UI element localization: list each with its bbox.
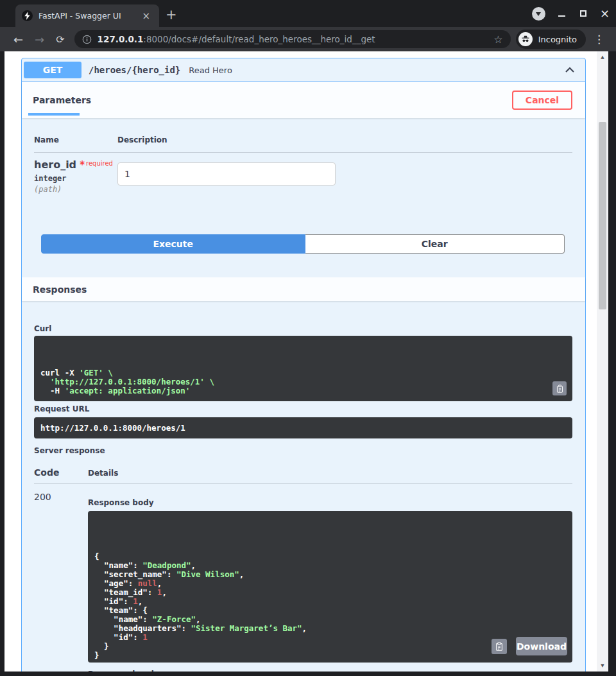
parameter-name: hero_id <box>34 159 76 171</box>
code-column-header: Code <box>34 467 88 478</box>
execute-button[interactable]: Execute <box>41 234 305 254</box>
incognito-badge: Incognito <box>516 30 586 49</box>
chevron-down-icon <box>536 12 541 16</box>
response-details-cell: Response body Download <box>88 492 572 672</box>
tab-title: FastAPI - Swagger UI <box>38 11 139 21</box>
cancel-button[interactable]: Cancel <box>512 91 572 110</box>
browser-toolbar: ← → ⟳ 127.0.0.1:8000/docs#/default/read_… <box>0 27 616 51</box>
minimize-icon <box>558 15 565 17</box>
scrollbar-thumb[interactable] <box>599 122 606 309</box>
download-button[interactable]: Download <box>516 637 567 655</box>
responses-title: Responses <box>33 284 87 295</box>
url-bar[interactable]: 127.0.0.1:8000/docs#/default/read_hero_h… <box>74 30 511 48</box>
opblock-summary[interactable]: GET /heroes/{hero_id} Read Hero <box>22 58 585 82</box>
tab-search-button[interactable] <box>532 7 545 21</box>
incognito-icon <box>518 32 533 46</box>
page-scrollbar[interactable]: ▲ ▼ <box>597 51 608 672</box>
opblock-get-endpoint: GET /heroes/{hero_id} Read Hero Paramete… <box>21 58 586 672</box>
back-button[interactable]: ← <box>8 33 29 46</box>
page-info-icon[interactable] <box>82 35 92 44</box>
execute-row: Execute Clear <box>41 234 565 254</box>
page-viewport: GET /heroes/{hero_id} Read Hero Paramete… <box>4 51 608 672</box>
column-description-header: Description <box>117 135 167 144</box>
response-body-block: Download { "name": "Deadpond", "secret_n… <box>88 511 572 663</box>
url-text[interactable]: 127.0.0.1:8000/docs#/default/read_hero_h… <box>98 34 489 44</box>
details-column-header: Details <box>88 469 118 478</box>
fastapi-favicon-icon <box>22 10 33 21</box>
response-body-label: Response body <box>88 498 572 507</box>
endpoint-path: /heroes/{hero_id} <box>89 65 180 75</box>
parameter-location: (path) <box>34 185 117 194</box>
new-tab-button[interactable]: + <box>166 7 177 22</box>
curl-label: Curl <box>34 324 572 333</box>
copy-to-clipboard-button[interactable] <box>492 639 507 654</box>
copy-to-clipboard-button[interactable] <box>552 381 567 395</box>
forward-button[interactable]: → <box>29 33 50 46</box>
responses-header: Responses <box>22 277 585 301</box>
server-response-label: Server response <box>34 446 572 455</box>
collapse-chevron-up-icon[interactable] <box>563 64 576 76</box>
responses-section: Curl curl -X 'GET' \ 'http://127.0.0.1:8… <box>22 301 585 672</box>
window-controls: × <box>532 6 610 21</box>
minimize-button[interactable] <box>558 9 567 18</box>
window-close-button[interactable]: × <box>600 9 610 18</box>
tab-parameters[interactable]: Parameters <box>33 95 91 105</box>
tab-close-icon[interactable]: × <box>139 10 153 22</box>
required-label: required <box>86 160 113 167</box>
incognito-label: Incognito <box>538 35 577 44</box>
hero-id-input[interactable] <box>117 162 336 186</box>
scroll-down-arrow-icon[interactable]: ▼ <box>597 663 608 668</box>
maximize-button[interactable] <box>579 9 588 18</box>
parameter-value-cell <box>117 159 336 194</box>
request-url-label: Request URL <box>34 404 572 413</box>
parameter-name-cell: hero_id *required integer (path) <box>34 159 117 194</box>
request-url-value: http://127.0.0.1:8000/heroes/1 <box>40 423 185 433</box>
maximize-icon <box>580 10 586 17</box>
required-asterisk: * <box>80 159 85 171</box>
response-row: 200 Response body <box>34 492 572 672</box>
scroll-up-arrow-icon[interactable]: ▲ <box>597 55 608 60</box>
url-path: :8000/docs#/default/read_hero_heroes__he… <box>143 34 375 44</box>
swagger-content: GET /heroes/{hero_id} Read Hero Paramete… <box>4 51 597 672</box>
curl-command-block: curl -X 'GET' \ 'http://127.0.0.1:8000/h… <box>34 336 572 401</box>
parameters-table-head: Name Description <box>34 135 572 153</box>
reload-button[interactable]: ⟳ <box>50 33 70 46</box>
parameter-type: integer <box>34 174 117 183</box>
response-table-head: Code Details <box>34 467 572 484</box>
browser-menu-button[interactable]: ⋮ <box>590 33 608 46</box>
response-headers-label: Response headers <box>88 670 572 672</box>
column-name-header: Name <box>34 135 117 144</box>
request-url-block: http://127.0.0.1:8000/heroes/1 <box>34 417 572 438</box>
parameter-row: hero_id *required integer (path) <box>34 153 572 194</box>
http-method-badge: GET <box>24 62 81 78</box>
status-code: 200 <box>34 492 88 672</box>
endpoint-summary: Read Hero <box>189 65 232 75</box>
url-host: 127.0.0.1 <box>98 34 144 44</box>
parameters-header: Parameters Cancel <box>22 82 585 118</box>
active-tab-underline <box>28 113 80 116</box>
bookmark-star-icon[interactable]: ☆ <box>493 33 502 46</box>
browser-tab[interactable]: FastAPI - Swagger UI × <box>15 4 159 27</box>
parameters-table: Name Description hero_id *required integ… <box>22 135 585 194</box>
clear-button[interactable]: Clear <box>305 234 565 254</box>
tab-bar: FastAPI - Swagger UI × + × <box>0 0 616 27</box>
